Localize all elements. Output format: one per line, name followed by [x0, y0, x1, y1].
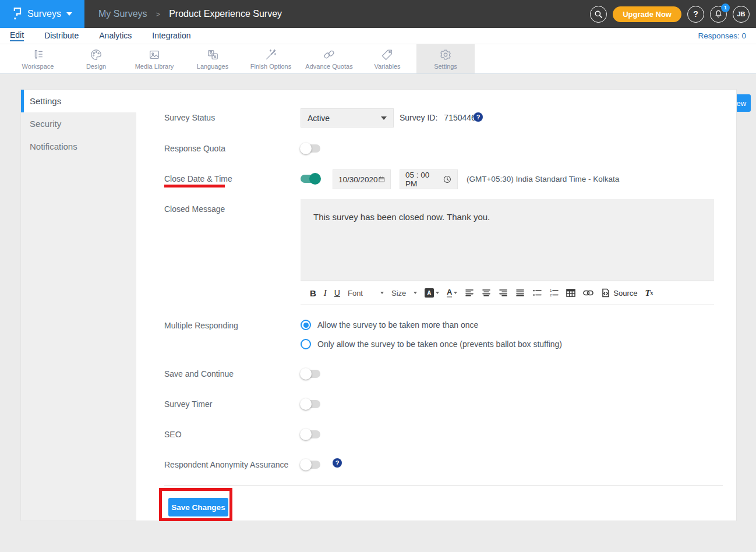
font-dropdown[interactable]: Font — [348, 289, 384, 298]
seo-toggle[interactable] — [301, 430, 320, 438]
sidebar-item-notifications[interactable]: Notifications — [21, 135, 136, 158]
tab-analytics[interactable]: Analytics — [99, 31, 132, 41]
close-date-time-toggle[interactable] — [301, 175, 320, 183]
chain-links-icon — [323, 48, 335, 61]
align-right-button[interactable] — [499, 288, 508, 298]
seo-label: SEO — [164, 430, 182, 439]
align-center-button[interactable] — [482, 288, 491, 298]
table-icon — [566, 288, 575, 298]
tool-advance-quotas[interactable]: Advance Quotas — [300, 44, 358, 73]
close-date-field[interactable]: 10/30/2020 — [333, 169, 391, 189]
respondent-anonymity-help-icon[interactable]: ? — [333, 458, 342, 468]
closed-message-label: Closed Message — [164, 204, 225, 214]
breadcrumb-my-surveys[interactable]: My Surveys — [98, 9, 147, 19]
survey-id-help-icon[interactable]: ? — [474, 112, 483, 122]
upgrade-now-button[interactable]: Upgrade Now — [613, 6, 681, 22]
section-nav: Edit Distribute Analytics Integration Re… — [0, 28, 756, 44]
close-time-value: 05 : 00 PM — [405, 171, 443, 188]
closed-message-editor: This survey has been closed now. Thank y… — [301, 199, 714, 305]
response-quota-toggle[interactable] — [301, 144, 320, 153]
insert-table-button[interactable] — [566, 288, 575, 298]
tool-variables[interactable]: Variables — [358, 44, 416, 73]
numbered-list-button[interactable]: 12 — [549, 288, 559, 298]
responses-count: Responses: 0 — [698, 31, 746, 40]
question-mark-icon: ? — [693, 9, 698, 19]
chevron-down-icon — [414, 292, 417, 294]
form-divider — [164, 485, 723, 486]
svg-text:2: 2 — [550, 293, 552, 297]
translate-icon — [206, 48, 219, 61]
tag-icon — [381, 48, 394, 61]
search-button[interactable] — [590, 6, 607, 23]
toggle-knob — [300, 398, 312, 410]
tool-media-library[interactable]: Media Library — [125, 44, 183, 73]
survey-status-value: Active — [308, 114, 381, 123]
image-icon — [148, 48, 161, 61]
bold-button[interactable]: B — [310, 288, 316, 298]
sidebar-item-security[interactable]: Security — [21, 112, 136, 135]
tool-languages[interactable]: Languages — [183, 44, 242, 73]
chevron-down-icon — [436, 292, 439, 294]
breadcrumb: My Surveys > Product Experience Survey — [98, 9, 282, 19]
survey-timer-label: Survey Timer — [164, 399, 212, 409]
toggle-knob — [300, 368, 312, 380]
radio-option-multiple-allowed[interactable]: Allow the survey to be taken more than o… — [301, 320, 478, 330]
settings-panel: Settings Security Notifications Survey S… — [20, 89, 737, 521]
insert-link-button[interactable] — [583, 290, 594, 296]
close-date-value: 10/30/2020 — [338, 175, 378, 184]
bullet-list-button[interactable] — [532, 288, 542, 298]
save-and-continue-label: Save and Continue — [164, 369, 234, 378]
help-button[interactable]: ? — [687, 6, 704, 23]
save-changes-annotation-box: Save Changes — [159, 488, 232, 521]
radio-unselected-icon — [301, 339, 311, 349]
underline-button[interactable]: U — [334, 288, 340, 298]
tool-strip: Workspace Design Media Library Languages… — [0, 44, 756, 74]
justify-icon — [515, 288, 525, 298]
closed-message-textarea[interactable]: This survey has been closed now. Thank y… — [301, 199, 714, 281]
align-left-icon — [465, 288, 474, 298]
chevron-down-icon — [380, 292, 384, 294]
close-time-field[interactable]: 05 : 00 PM — [400, 169, 458, 189]
save-and-continue-toggle[interactable] — [301, 370, 320, 378]
italic-button[interactable]: I — [324, 288, 327, 298]
align-left-button[interactable] — [465, 288, 474, 298]
product-switcher[interactable]: Surveys — [0, 0, 84, 28]
notification-badge: 1 — [721, 3, 730, 12]
survey-timer-toggle[interactable] — [301, 400, 320, 408]
text-color-button[interactable]: A — [447, 288, 457, 298]
notifications-button[interactable]: 1 — [710, 6, 727, 23]
respondent-anonymity-toggle[interactable] — [301, 461, 320, 469]
survey-id: Survey ID: 7150446 — [400, 113, 476, 122]
radio-option-once-only[interactable]: Only allow the survey to be taken once (… — [301, 339, 562, 349]
multiple-responding-label: Multiple Responding — [164, 321, 238, 330]
search-icon — [594, 10, 603, 19]
chevron-down-icon — [381, 116, 387, 120]
save-changes-button[interactable]: Save Changes — [168, 498, 228, 516]
source-button[interactable]: Source — [601, 288, 637, 298]
align-right-icon — [499, 288, 508, 298]
bullet-list-icon — [532, 288, 542, 298]
settings-sidebar: Settings Security Notifications — [21, 90, 136, 521]
survey-id-value: 7150446 — [444, 113, 476, 122]
avatar[interactable]: JB — [733, 6, 750, 23]
questionpro-logo-icon — [12, 6, 22, 22]
tab-edit[interactable]: Edit — [10, 30, 24, 41]
top-bar: Surveys My Surveys > Product Experience … — [0, 0, 756, 28]
source-document-icon — [601, 288, 610, 298]
survey-status-select[interactable]: Active — [301, 108, 394, 128]
tool-finish-options[interactable]: Finish Options — [242, 44, 300, 73]
rich-text-toolbar: B I U Font Size A A 12 Source Tx — [301, 281, 714, 305]
tab-integration[interactable]: Integration — [152, 31, 190, 41]
tool-settings[interactable]: Settings — [416, 44, 475, 73]
chevron-down-icon — [454, 292, 457, 294]
tool-workspace[interactable]: Workspace — [9, 44, 67, 73]
remove-format-button[interactable]: Tx — [645, 288, 653, 298]
tool-design[interactable]: Design — [67, 44, 125, 73]
justify-button[interactable] — [515, 288, 525, 298]
svg-text:1: 1 — [550, 289, 552, 292]
size-dropdown[interactable]: Size — [391, 289, 417, 298]
background-color-button[interactable]: A — [425, 288, 439, 298]
toggle-knob — [300, 143, 312, 154]
sidebar-item-settings[interactable]: Settings — [21, 90, 136, 112]
tab-distribute[interactable]: Distribute — [44, 31, 79, 41]
